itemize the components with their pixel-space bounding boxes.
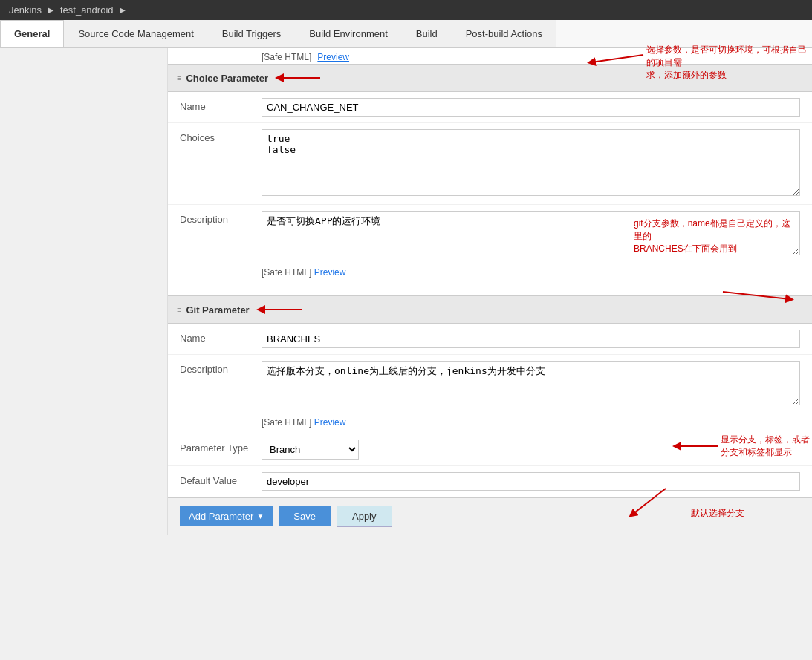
choice-choices-label: Choices [180,129,262,143]
choice-description-label: Description [180,211,262,225]
git-description-textarea[interactable]: 选择版本分支，online为上线后的分支，jenkins为开发中分支 [262,361,800,405]
choice-choices-row: Choices true false [168,123,812,205]
choice-name-label: Name [180,98,262,112]
param-type-annotation: 显示分支，标签，或者分支和标签都显示 [721,434,812,459]
top-annotation: 选择参数，是否可切换环境，可根据自己的项目需 求，添加额外的参数 [646,44,812,81]
git-name-label: Name [180,330,262,344]
svg-line-2 [723,292,790,299]
git-name-input[interactable] [262,330,800,348]
git-default-value-row: Default Value [168,466,812,497]
git-description-value: 选择版本分支，online为上线后的分支，jenkins为开发中分支 [262,361,800,408]
tab-triggers[interactable]: Build Triggers [208,20,295,47]
add-parameter-button[interactable]: Add Parameter ▼ [180,506,273,526]
default-value-annotation: 默认选择分支 [691,507,744,520]
topbar-sep2: ► [118,4,128,16]
git-safe-html-label: [Safe HTML] [262,417,311,428]
git-param-type-label: Parameter Type [180,440,262,454]
choice-preview-link[interactable]: Preview [314,267,346,278]
save-button[interactable]: Save [279,506,331,526]
tab-environment[interactable]: Build Environment [295,20,402,47]
git-param-type-select[interactable]: Branch Tag Branch or Tag Revision [262,440,359,460]
topbar-sep1: ► [46,4,56,16]
choice-safe-html-label: [Safe HTML] [262,267,311,278]
git-description-label: Description [180,361,262,375]
choice-parameter-title: Choice Parameter [186,73,268,84]
main-content: [Safe HTML] Preview 选择参数，是否可切换环境，可根据自己的项… [167,48,812,535]
add-parameter-dropdown-icon: ▼ [256,512,264,520]
top-preview-link[interactable]: Preview [317,52,349,62]
git-drag-icon: ≡ [177,305,181,314]
git-name-value [262,330,800,348]
svg-line-0 [591,55,643,62]
topbar: Jenkins ► test_android ► [0,0,812,20]
sidebar [0,48,167,535]
jenkins-link[interactable]: Jenkins [9,4,42,16]
tab-postbuild[interactable]: Post-build Actions [452,20,556,47]
git-safe-html-row: [Safe HTML] Preview [168,414,812,434]
tab-scm[interactable]: Source Code Management [64,20,207,47]
tab-build[interactable]: Build [402,20,452,47]
choice-choices-value: true false [262,129,800,198]
project-link[interactable]: test_android [60,4,114,16]
choice-safe-html-row: [Safe HTML] Preview [168,264,812,284]
add-parameter-label: Add Parameter [189,511,253,522]
apply-button[interactable]: Apply [337,506,392,527]
git-name-row: Name [168,324,812,355]
tab-general[interactable]: General [0,20,64,47]
git-default-value-label: Default Value [180,472,262,486]
choice-name-row: Name [168,92,812,123]
git-preview-link[interactable]: Preview [314,417,346,428]
drag-icon: ≡ [177,73,181,82]
git-annotation-1: git分支参数，name都是自己定义的，这里的 BRANCHES在下面会用到 [634,218,797,255]
choice-choices-textarea[interactable]: true false [262,129,800,196]
choice-name-input[interactable] [262,98,800,117]
git-param-type-row: Parameter Type Branch Tag Branch or Tag … [168,434,812,466]
git-parameter-header: ≡ Git Parameter [168,295,812,324]
git-description-row: Description 选择版本分支，online为上线后的分支，jenkins… [168,355,812,414]
choice-name-value [262,98,800,117]
git-parameter-title: Git Parameter [186,304,249,316]
git-parameter-section: git分支参数，name都是自己定义的，这里的 BRANCHES在下面会用到 ≡… [168,295,812,497]
svg-line-5 [632,489,666,514]
top-safe-html-label: [Safe HTML] [262,52,311,62]
